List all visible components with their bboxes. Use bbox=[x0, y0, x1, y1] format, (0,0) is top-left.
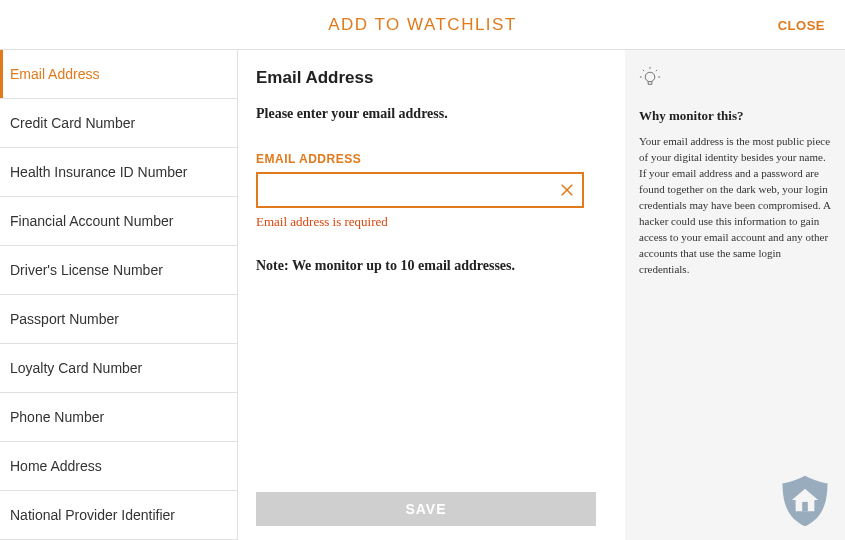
svg-line-4 bbox=[656, 70, 657, 71]
modal-header: ADD TO WATCHLIST CLOSE bbox=[0, 0, 845, 50]
sidebar-item-phone-number[interactable]: Phone Number bbox=[0, 393, 237, 442]
sidebar-item-label: Email Address bbox=[10, 66, 99, 82]
form-subtitle: Please enter your email address. bbox=[256, 106, 605, 122]
svg-line-3 bbox=[643, 70, 644, 71]
sidebar-item-home-address[interactable]: Home Address bbox=[0, 442, 237, 491]
sidebar-item-email-address[interactable]: Email Address bbox=[0, 50, 237, 99]
sidebar-item-drivers-license-number[interactable]: Driver's License Number bbox=[0, 246, 237, 295]
shield-house-icon bbox=[775, 470, 835, 530]
sidebar-item-label: Driver's License Number bbox=[10, 262, 163, 278]
email-error-text: Email address is required bbox=[256, 214, 605, 230]
save-button[interactable]: SAVE bbox=[256, 492, 596, 526]
sidebar-item-financial-account-number[interactable]: Financial Account Number bbox=[0, 197, 237, 246]
category-sidebar: Email Address Credit Card Number Health … bbox=[0, 50, 238, 540]
svg-rect-8 bbox=[802, 502, 808, 511]
sidebar-item-loyalty-card-number[interactable]: Loyalty Card Number bbox=[0, 344, 237, 393]
info-title: Why monitor this? bbox=[639, 108, 831, 124]
modal-title: ADD TO WATCHLIST bbox=[328, 15, 517, 35]
sidebar-item-label: Home Address bbox=[10, 458, 102, 474]
info-body: Your email address is the most public pi… bbox=[639, 134, 831, 277]
sidebar-item-label: Health Insurance ID Number bbox=[10, 164, 187, 180]
sidebar-item-credit-card-number[interactable]: Credit Card Number bbox=[0, 99, 237, 148]
sidebar-item-label: Credit Card Number bbox=[10, 115, 135, 131]
modal-body: Email Address Credit Card Number Health … bbox=[0, 50, 845, 540]
sidebar-item-label: Financial Account Number bbox=[10, 213, 173, 229]
email-input-wrap bbox=[256, 172, 584, 208]
close-button[interactable]: CLOSE bbox=[778, 17, 825, 32]
info-panel: Why monitor this? Your email address is … bbox=[625, 50, 845, 540]
lightbulb-icon bbox=[639, 66, 661, 88]
sidebar-item-label: Passport Number bbox=[10, 311, 119, 327]
form-title: Email Address bbox=[256, 68, 605, 88]
email-field-label: EMAIL ADDRESS bbox=[256, 152, 605, 166]
sidebar-item-passport-number[interactable]: Passport Number bbox=[0, 295, 237, 344]
sidebar-item-health-insurance-id-number[interactable]: Health Insurance ID Number bbox=[0, 148, 237, 197]
form-note: Note: We monitor up to 10 email addresse… bbox=[256, 258, 605, 274]
sidebar-item-label: Phone Number bbox=[10, 409, 104, 425]
sidebar-item-label: National Provider Identifier bbox=[10, 507, 175, 523]
clear-icon[interactable] bbox=[558, 181, 576, 199]
form-panel: Email Address Please enter your email ad… bbox=[238, 50, 625, 540]
sidebar-item-label: Loyalty Card Number bbox=[10, 360, 142, 376]
svg-point-7 bbox=[645, 72, 655, 82]
sidebar-item-national-provider-identifier[interactable]: National Provider Identifier bbox=[0, 491, 237, 540]
email-input[interactable] bbox=[256, 172, 584, 208]
